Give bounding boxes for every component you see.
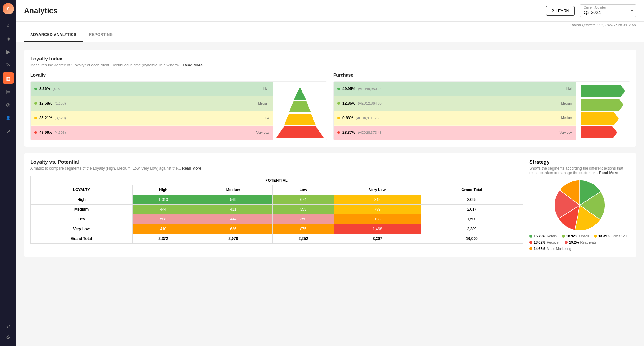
sidebar-item-segments[interactable]: ⅔: [3, 59, 14, 71]
table-cell: 353: [273, 205, 334, 214]
low-label: Low: [264, 116, 269, 120]
sidebar-item-journey[interactable]: ↗: [3, 125, 14, 137]
table-row-label: High: [31, 195, 133, 205]
help-icon: ?: [551, 9, 554, 13]
sidebar-item-media[interactable]: ▶: [3, 46, 14, 57]
table-cell: 674: [273, 195, 334, 205]
vlow-dot: [34, 131, 37, 134]
sidebar-item-users[interactable]: 👤: [3, 112, 14, 123]
potential-header: POTENTIAL: [31, 176, 523, 185]
pie-name: Recover: [547, 241, 560, 244]
p-low-pct: 0.88%: [342, 116, 353, 120]
strategy-pie-svg: [555, 180, 605, 230]
pie-dot: [529, 235, 532, 238]
p-high-dot: [337, 88, 340, 90]
table-cell: 10,000: [421, 234, 523, 244]
tabs-list: ADVANCED ANALYTICS REPORTING: [24, 28, 636, 42]
lvp-section: Loyalty vs. Potential A matrix to compar…: [24, 153, 636, 257]
low-count: (3,520): [55, 116, 66, 120]
lvp-row: Loyalty vs. Potential A matrix to compar…: [30, 159, 630, 251]
learn-button[interactable]: ? LEARN: [546, 6, 575, 16]
app-logo[interactable]: S: [3, 3, 14, 14]
low-pct: 35.21%: [39, 116, 52, 120]
pie-dot: [529, 247, 532, 250]
loyalty-vlow-row: 43.96% (4,396) Very Low: [31, 126, 273, 140]
lvp-table: POTENTIAL LOYALTY High Medium Low Very L…: [30, 176, 523, 244]
col-medium: Medium: [194, 185, 273, 195]
main-body: Loyalty Index Measures the degree of "Lo…: [16, 42, 644, 346]
loyalty-chart-inner: 8.26% (826) High 12.58% (1,258) Medium: [30, 81, 327, 140]
medium-dot: [34, 102, 37, 105]
pie-pct: 14.68%: [534, 247, 545, 251]
sidebar-item-home[interactable]: ⌂: [3, 20, 14, 31]
table-cell: 421: [194, 205, 273, 214]
col-very-low: Very Low: [334, 185, 421, 195]
high-label: High: [263, 87, 269, 90]
loyalty-index-desc: Measures the degree of "Loyalty" of each…: [30, 63, 630, 67]
table-row-label: Medium: [31, 205, 133, 214]
table-row-label: Grand Total: [31, 234, 133, 244]
strategy-read-more[interactable]: Read More: [599, 171, 618, 175]
sidebar: S ⌂ ◈ ▶ ⅔ ▦ ▤ ◎ 👤 ↗ ⇄ ⚙: [0, 0, 16, 346]
table-cell: 875: [273, 224, 334, 234]
table-row-label: Low: [31, 214, 133, 224]
strategy-desc: Shows the segments according the differe…: [529, 166, 630, 175]
main-content: Analytics ? LEARN Current Quarter Q3 202…: [16, 0, 644, 346]
sidebar-item-analytics[interactable]: ▦: [3, 72, 14, 84]
high-count: (826): [53, 87, 61, 91]
medium-count: (1,258): [55, 101, 66, 105]
col-grand-total: Grand Total: [421, 185, 523, 195]
pie-name: Mass Marketing: [547, 247, 571, 251]
loyalty-medium-row: 12.58% (1,258) Medium: [31, 96, 273, 111]
lvp-title: Loyalty vs. Potential: [30, 159, 523, 165]
p-vlow-pct: 28.37%: [342, 130, 355, 135]
purchase-bars-left: 49.95% (AED49,950.24) High 12.86% (AED12…: [334, 82, 576, 140]
svg-marker-5: [581, 85, 625, 97]
loyalty-low-row: 35.21% (3,520) Low: [31, 111, 273, 126]
table-cell: 842: [334, 195, 421, 205]
lvp-desc: A matrix to compare segments of the Loya…: [30, 166, 523, 171]
vlow-count: (4,396): [55, 131, 66, 134]
learn-label: LEARN: [556, 9, 569, 13]
sidebar-item-expand[interactable]: ⇄: [3, 320, 14, 332]
purchase-funnel-right: [576, 82, 630, 140]
p-low-dot: [337, 117, 340, 119]
sidebar-item-location[interactable]: ◎: [3, 99, 14, 110]
table-cell: 444: [194, 214, 273, 224]
sidebar-item-reports[interactable]: ▤: [3, 86, 14, 97]
low-dot: [34, 117, 37, 119]
table-cell: 198: [334, 214, 421, 224]
p-medium-amount: (AED12,864.65): [358, 101, 383, 105]
strategy-title: Strategy: [529, 159, 630, 165]
loyalty-high-row: 8.26% (826) High: [31, 82, 273, 96]
sidebar-item-tags[interactable]: ◈: [3, 33, 14, 44]
loyalty-pyramid-right: [273, 82, 327, 140]
pie-name: Reactivate: [580, 241, 596, 244]
high-dot: [34, 88, 37, 90]
table-cell: 2,070: [194, 234, 273, 244]
quarter-selector[interactable]: Current Quarter Q3 2024 Q1 2024 Q2 2024 …: [580, 4, 636, 17]
strategy-section: Strategy Shows the segments according th…: [529, 159, 630, 251]
loyalty-charts-row: Loyalty 8.26% (826) High: [30, 72, 630, 140]
tab-reporting[interactable]: REPORTING: [83, 28, 119, 42]
col-loyalty: LOYALTY: [31, 185, 133, 195]
table-cell: 569: [194, 195, 273, 205]
pie-legend-item: 15.79% Retain: [529, 234, 557, 238]
strategy-pie-container: 15.79% Retain 18.92% Upsell 18.39% Cross…: [529, 180, 630, 251]
purchase-chart-block: Purchase 49.95% (AED49,950.24) High: [333, 72, 630, 140]
quarter-select-input[interactable]: Q3 2024 Q1 2024 Q2 2024 Q4 2024: [580, 9, 636, 17]
quarter-info-bar: Current Quarter: Jul 1, 2024 - Sep 30, 2…: [16, 22, 644, 28]
pie-legend-item: 18.39% Cross Sell: [594, 234, 627, 238]
p-medium-dot: [337, 102, 340, 105]
p-low-label: Medium: [561, 116, 572, 120]
vlow-pct: 43.96%: [39, 130, 52, 135]
svg-marker-3: [276, 126, 324, 138]
sidebar-bottom: ⇄ ⚙: [3, 320, 14, 343]
sidebar-item-settings[interactable]: ⚙: [3, 332, 14, 343]
svg-marker-8: [581, 126, 617, 138]
tab-advanced-analytics[interactable]: ADVANCED ANALYTICS: [24, 28, 83, 42]
p-vlow-dot: [337, 131, 340, 134]
loyalty-index-read-more[interactable]: Read More: [183, 63, 202, 67]
lvp-read-more[interactable]: Read More: [182, 166, 201, 171]
table-cell: 3,307: [334, 234, 421, 244]
